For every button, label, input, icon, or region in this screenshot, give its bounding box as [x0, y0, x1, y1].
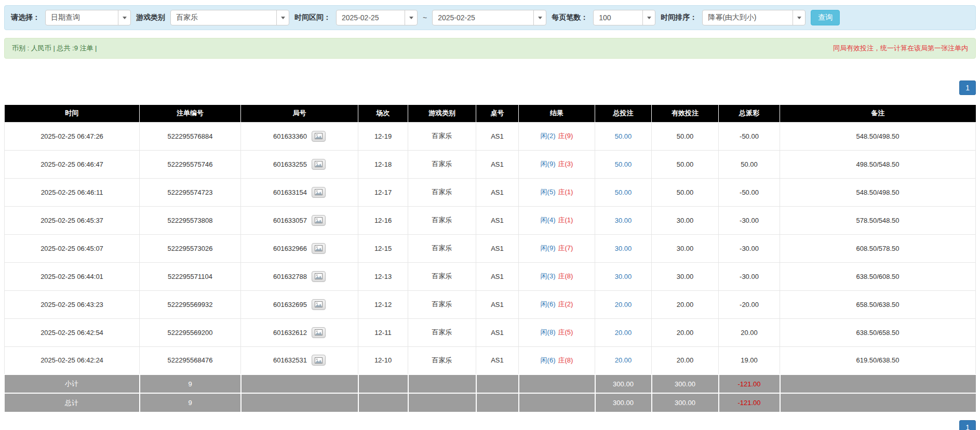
cell-valid-bet: 30.00	[652, 234, 719, 262]
total-bet-link[interactable]: 20.00	[615, 356, 632, 364]
empty-cell	[358, 393, 408, 412]
summary-bar: 币别 : 人民币 | 总共 :9 注单 | 同局有效投注，统一计算在该局第一张注…	[4, 38, 976, 59]
cell-bet-id: 522295569932	[140, 290, 241, 318]
col-header-table: 桌号	[476, 105, 519, 122]
subtotal-total-bet: 300.00	[595, 374, 652, 393]
filter-bar: 请选择： 日期查询 游戏类别 百家乐 时间区间： 2025-02-25 ~ 20…	[4, 5, 976, 30]
page-size-select[interactable]: 100	[593, 10, 655, 25]
cell-session: 12-12	[358, 290, 408, 318]
date-to-picker[interactable]: 2025-02-25	[432, 10, 546, 25]
cell-payout: -30.00	[719, 234, 780, 262]
cell-result: 闲(3)庄(8)	[519, 262, 595, 290]
table-row: 2025-02-25 06:43:23 522295569932 6016326…	[5, 290, 976, 318]
round-preview-button[interactable]	[312, 243, 326, 254]
query-type-value: 日期查询	[46, 13, 85, 22]
total-bet-link[interactable]: 20.00	[615, 301, 632, 308]
cell-result: 闲(6)庄(8)	[519, 346, 595, 374]
total-bet-link[interactable]: 30.00	[615, 217, 632, 224]
cell-total-bet: 20.00	[595, 346, 652, 374]
round-number: 601632788	[273, 273, 307, 280]
date-from-picker[interactable]: 2025-02-25	[336, 10, 418, 25]
page-button-1[interactable]: 1	[959, 80, 976, 95]
total-bet-link[interactable]: 30.00	[615, 273, 632, 280]
page-button-1[interactable]: 1	[959, 420, 976, 430]
empty-cell	[519, 374, 595, 393]
result-banker: 庄(2)	[558, 300, 573, 308]
query-type-select[interactable]: 日期查询	[45, 10, 131, 25]
cell-remark: 658.50/638.50	[780, 290, 976, 318]
cell-game: 百家乐	[408, 122, 476, 150]
subtotal-payout: -121.00	[719, 374, 780, 393]
image-icon	[315, 133, 323, 139]
cell-result: 闲(6)庄(2)	[519, 290, 595, 318]
total-bet-link[interactable]: 30.00	[615, 245, 632, 252]
total-bet-link[interactable]: 50.00	[615, 160, 632, 168]
table-row: 2025-02-25 06:42:54 522295569200 6016326…	[5, 318, 976, 346]
result-player: 闲(9)	[541, 160, 556, 168]
col-header-round: 局号	[241, 105, 358, 122]
cell-round: 601632612	[241, 318, 358, 346]
cell-remark: 638.50/658.50	[780, 318, 976, 346]
result-banker: 庄(8)	[558, 356, 573, 364]
col-header-total-bet: 总投注	[595, 105, 652, 122]
cell-total-bet: 50.00	[595, 150, 652, 178]
col-header-session: 场次	[358, 105, 408, 122]
date-from-value: 2025-02-25	[337, 14, 384, 22]
round-preview-button[interactable]	[312, 215, 326, 226]
image-icon	[315, 329, 323, 335]
result-player: 闲(8)	[541, 328, 556, 336]
pagination-top: 1	[4, 80, 976, 96]
result-banker: 庄(3)	[558, 160, 573, 168]
total-bet-link[interactable]: 50.00	[615, 132, 632, 140]
round-preview-button[interactable]	[312, 187, 326, 198]
cell-game: 百家乐	[408, 234, 476, 262]
col-header-payout: 总派彩	[719, 105, 780, 122]
table-row: 2025-02-25 06:45:37 522295573808 6016330…	[5, 206, 976, 234]
col-header-valid-bet: 有效投注	[652, 105, 719, 122]
cell-result: 闲(9)庄(7)	[519, 234, 595, 262]
cell-valid-bet: 50.00	[652, 150, 719, 178]
cell-game: 百家乐	[408, 318, 476, 346]
sort-order-select[interactable]: 降幂(由大到小)	[702, 10, 806, 25]
search-button[interactable]: 查询	[811, 10, 840, 25]
total-bet-link[interactable]: 20.00	[615, 329, 632, 337]
cell-round: 601633154	[241, 178, 358, 206]
col-header-remark: 备注	[780, 105, 976, 122]
round-preview-button[interactable]	[312, 299, 326, 310]
image-icon	[315, 301, 323, 307]
empty-cell	[241, 374, 358, 393]
subtotal-label: 小计	[5, 374, 140, 393]
round-preview-button[interactable]	[312, 327, 326, 338]
round-number: 601632531	[273, 356, 307, 364]
cell-total-bet: 50.00	[595, 122, 652, 150]
cell-result: 闲(9)庄(3)	[519, 150, 595, 178]
cell-time: 2025-02-25 06:44:01	[5, 262, 140, 290]
cell-payout: -50.00	[719, 122, 780, 150]
cell-valid-bet: 50.00	[652, 122, 719, 150]
round-preview-button[interactable]	[312, 159, 326, 170]
round-number: 601633360	[273, 132, 307, 140]
cell-payout: -50.00	[719, 178, 780, 206]
cell-time: 2025-02-25 06:46:11	[5, 178, 140, 206]
cell-game: 百家乐	[408, 178, 476, 206]
cell-valid-bet: 20.00	[652, 346, 719, 374]
game-category-select[interactable]: 百家乐	[170, 10, 289, 25]
cell-session: 12-13	[358, 262, 408, 290]
cell-bet-id: 522295571104	[140, 262, 241, 290]
cell-result: 闲(5)庄(1)	[519, 178, 595, 206]
result-player: 闲(6)	[541, 300, 556, 308]
empty-cell	[408, 393, 476, 412]
cell-valid-bet: 30.00	[652, 262, 719, 290]
cell-payout: 50.00	[719, 150, 780, 178]
cell-round: 601633255	[241, 150, 358, 178]
date-to-value: 2025-02-25	[433, 14, 480, 22]
round-preview-button[interactable]	[312, 131, 326, 142]
page-size-label: 每页笔数：	[552, 13, 588, 22]
result-banker: 庄(1)	[558, 188, 573, 196]
round-number: 601633154	[273, 189, 307, 196]
round-preview-button[interactable]	[312, 271, 326, 282]
round-number: 601632966	[273, 245, 307, 252]
round-preview-button[interactable]	[312, 355, 326, 366]
total-bet-link[interactable]: 50.00	[615, 189, 632, 196]
total-payout: -121.00	[719, 393, 780, 412]
